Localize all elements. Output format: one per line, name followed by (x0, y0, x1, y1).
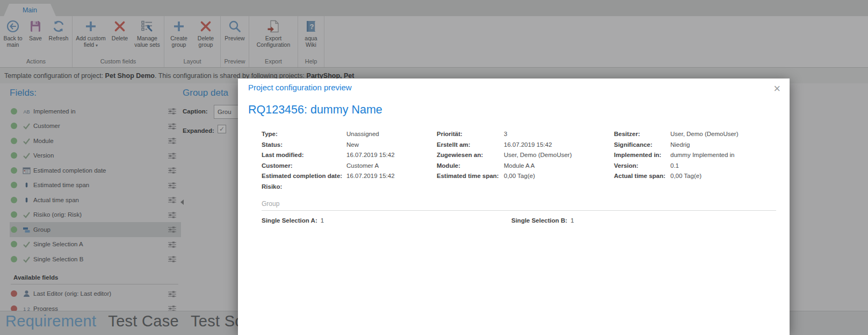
single-selection-b-row: Single Selection B:1 (511, 217, 574, 224)
field-label: Zugewiesen an: (437, 150, 504, 161)
dialog-title: Project configuration preview (248, 83, 352, 92)
field-value: New (346, 140, 437, 151)
app-window: Main Back to main Save (0, 0, 868, 335)
field-label: Last modified: (262, 150, 346, 161)
field-value: 16.07.2019 15:42 (346, 171, 437, 182)
field-value: 0,00 Tag(e) (504, 171, 614, 182)
single-selection-a-row: Single Selection A:1 (262, 217, 324, 224)
field-label (614, 182, 670, 193)
field-label: Estimated completion date: (262, 171, 346, 182)
field-value: Niedrig (670, 140, 739, 151)
field-value: 0.1 (670, 161, 739, 172)
project-configuration-preview-dialog: Project configuration preview × RQ123456… (238, 79, 790, 335)
field-value: 1 (321, 217, 324, 224)
field-label: Single Selection B: (511, 217, 567, 224)
field-value: Module A A (504, 161, 614, 172)
field-label: Status: (262, 140, 346, 151)
field-value (670, 182, 739, 193)
field-label: Actual time span: (614, 171, 670, 182)
field-value: 16.07.2019 15:42 (346, 150, 437, 161)
field-value: 0,00 Tag(e) (670, 171, 739, 182)
field-value: Unassigned (346, 129, 437, 140)
close-icon[interactable]: × (773, 83, 780, 95)
field-value (346, 182, 437, 193)
field-label: Risiko: (262, 182, 346, 193)
field-label: Version: (614, 161, 670, 172)
field-label: Type: (262, 129, 346, 140)
field-label: Implemented in: (614, 150, 670, 161)
group-section-label: Group (262, 200, 279, 208)
field-label: Estimated time span: (437, 171, 504, 182)
field-value: User, Demo (DemoUser) (670, 129, 739, 140)
field-label: Single Selection A: (262, 217, 317, 224)
field-value: Customer A (346, 161, 437, 172)
field-label: Module: (437, 161, 504, 172)
field-value: 16.07.2019 15:42 (504, 140, 614, 151)
field-value (504, 182, 614, 193)
field-label: Priorität: (437, 129, 504, 140)
field-label: Erstellt am: (437, 140, 504, 151)
field-value: dummy Implemented in (670, 150, 739, 161)
field-value: 1 (570, 217, 574, 224)
preview-fields-grid: Type:UnassignedPriorität:3Besitzer:User,… (262, 129, 739, 192)
preview-item-title: RQ123456: dummy Name (248, 103, 382, 117)
field-label: Besitzer: (614, 129, 670, 140)
field-label (437, 182, 504, 193)
field-value: User, Demo (DemoUser) (504, 150, 614, 161)
field-label: Customer: (262, 161, 346, 172)
field-value: 3 (504, 129, 614, 140)
group-section-divider (262, 210, 776, 211)
field-label: Significance: (614, 140, 670, 151)
